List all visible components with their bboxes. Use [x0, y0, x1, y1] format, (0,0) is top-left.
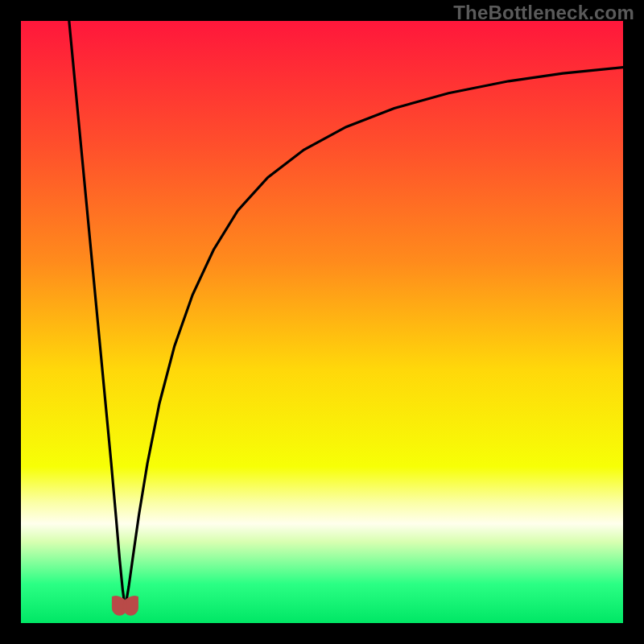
chart-frame: { "watermark": "TheBottleneck.com", "cha… [0, 0, 644, 644]
chart-svg [0, 0, 644, 644]
plot-background [21, 21, 623, 623]
watermark-text: TheBottleneck.com [453, 2, 634, 24]
